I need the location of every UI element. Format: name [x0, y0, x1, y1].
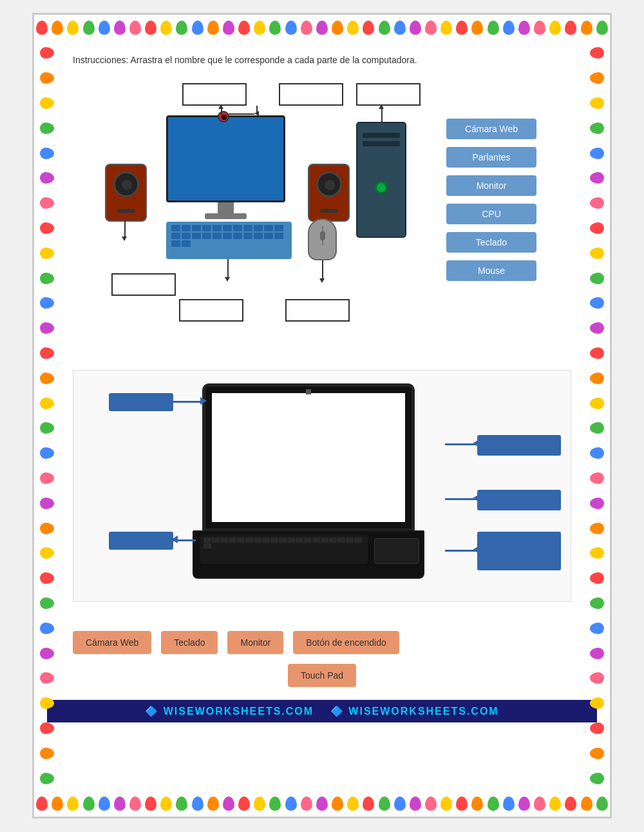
bottom-answer-btn-touch-pad[interactable]: Touch Pad [288, 664, 356, 687]
answer-btn-cpu[interactable]: CPU [446, 204, 536, 224]
balloon [394, 797, 406, 811]
touch-pad-row: Touch Pad [73, 664, 571, 687]
key [202, 233, 211, 239]
cpu-drive-slot1 [363, 133, 400, 138]
balloon [52, 21, 63, 35]
balloon [40, 347, 54, 359]
key [264, 233, 273, 239]
laptop-touchpad-illustration [374, 538, 419, 564]
key [171, 240, 180, 247]
section2-laptop-diagram [73, 370, 571, 602]
balloon [590, 523, 604, 534]
balloon [285, 21, 297, 35]
balloon [590, 547, 604, 559]
bottom-answer-btn-monitor[interactable]: Monitor [227, 631, 283, 654]
speaker-stripe-right [320, 209, 338, 213]
key [243, 233, 252, 239]
balloon [316, 797, 328, 811]
balloon [40, 372, 54, 384]
footer-text-right: WISEWORKSHEETS.COM [348, 706, 498, 717]
balloon [67, 21, 79, 35]
laptop-arrowhead-monitor [473, 440, 479, 447]
content-area: Instrucciones: Arrastra el nombre que le… [73, 53, 571, 687]
speaker-stripe [117, 209, 135, 213]
left-speaker-illustration [105, 164, 147, 222]
balloon [590, 172, 604, 184]
key [192, 225, 201, 231]
key [171, 225, 180, 231]
balloon [207, 21, 219, 35]
monitor-illustration [166, 115, 285, 202]
lkey [346, 537, 354, 543]
balloon [36, 797, 48, 811]
label-box-cpu [356, 83, 421, 106]
speaker-inner-right [325, 180, 335, 190]
balloon [301, 797, 312, 811]
balloon [83, 797, 95, 811]
balloon [534, 797, 545, 811]
arrowhead-down-keyboard [225, 277, 230, 282]
key [274, 225, 283, 231]
arrowhead-up-monitor [218, 104, 223, 109]
footer-text-left: WISEWORKSHEETS.COM [164, 706, 314, 717]
balloon [488, 21, 499, 35]
balloon [590, 398, 604, 409]
right-speaker-illustration [308, 164, 350, 222]
balloon [160, 21, 172, 35]
balloon [363, 797, 374, 811]
answer-btn-teclado[interactable]: Teclado [446, 232, 536, 253]
key [264, 225, 273, 231]
answer-btn-monitor[interactable]: Monitor [446, 175, 536, 196]
webcam-lens [222, 115, 227, 120]
balloon [40, 722, 54, 734]
balloon [590, 623, 604, 634]
balloon [590, 347, 604, 359]
balloon [129, 21, 141, 35]
cpu-drive-slot2 [363, 141, 400, 146]
lkey [312, 537, 320, 543]
key [223, 225, 232, 231]
lkey [254, 537, 261, 543]
balloon [549, 797, 561, 811]
balloon [590, 72, 604, 84]
label-box-keyboard [179, 299, 243, 322]
cpu-illustration [356, 122, 406, 238]
key [254, 225, 263, 231]
keyboard-illustration [166, 222, 292, 259]
page: Instrucciones: Arrastra el nombre que le… [32, 13, 612, 818]
bottom-answer-btn-camara-web[interactable]: Cámara Web [73, 631, 151, 654]
balloon [503, 797, 515, 811]
bottom-answer-btn-boton-encendido[interactable]: Botón de encendido [293, 631, 399, 654]
laptop-screen-inner [212, 393, 405, 522]
balloon [596, 797, 608, 811]
balloon [332, 797, 343, 811]
arrow-v-keyboard [227, 259, 229, 277]
bottom-answer-btn-teclado[interactable]: Teclado [161, 631, 218, 654]
lkey [212, 537, 220, 543]
answer-btn-mouse[interactable]: Mouse [446, 260, 536, 281]
balloon-border-top [34, 15, 610, 41]
balloon [40, 322, 54, 334]
key [243, 225, 252, 231]
balloon [590, 422, 604, 434]
laptop-label-touchpad-box [477, 532, 561, 570]
instructions-text: Instrucciones: Arrastra el nombre que le… [73, 53, 571, 67]
answer-btn-parlantes[interactable]: Parlantes [446, 147, 536, 168]
lkey [296, 537, 303, 543]
lkey [287, 537, 295, 543]
balloon [363, 21, 374, 35]
balloon [590, 472, 604, 484]
balloon [40, 398, 54, 409]
desktop-diagram-area [73, 80, 433, 351]
balloon [590, 322, 604, 334]
balloon [40, 672, 54, 684]
balloon [379, 797, 390, 811]
key [182, 233, 191, 239]
balloon [40, 297, 54, 309]
balloon [456, 797, 468, 811]
balloon [40, 72, 54, 84]
laptop-label-webcam-box [109, 393, 173, 411]
balloon [410, 21, 421, 35]
balloon [590, 773, 604, 784]
answer-btn-camara-web[interactable]: Cámara Web [446, 119, 536, 139]
